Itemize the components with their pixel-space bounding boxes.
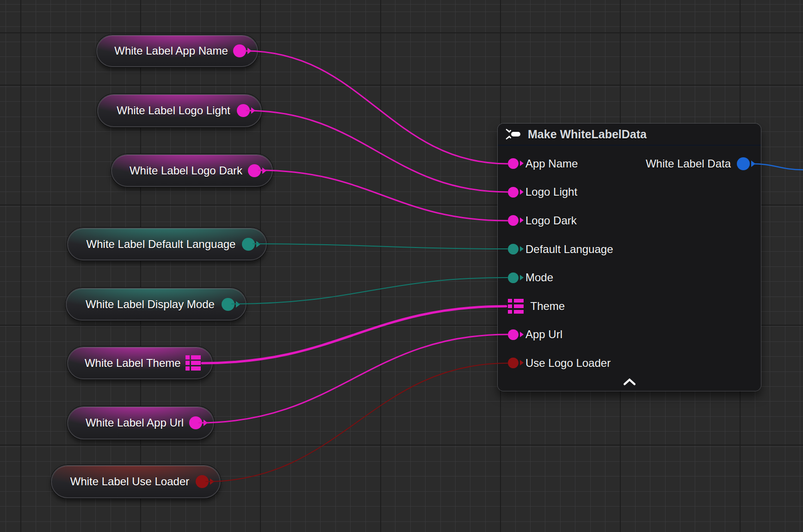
output-pin-struct[interactable]: [737, 157, 750, 170]
input-row-mode: Mode: [498, 263, 761, 292]
getter-node-white-label-default-language[interactable]: White Label Default Language: [67, 228, 267, 260]
pin-label: Default Language: [525, 244, 613, 255]
getter-node-white-label-display-mode[interactable]: White Label Display Mode: [66, 288, 247, 321]
pin-label: Mode: [525, 272, 553, 283]
getter-node-white-label-theme[interactable]: White Label Theme: [67, 346, 213, 379]
input-pin-boolean[interactable]: [508, 358, 519, 368]
output-pin-string[interactable]: [248, 164, 261, 177]
getter-label: White Label App Name: [109, 45, 233, 56]
getter-label: White Label App Url: [80, 417, 189, 428]
pin-label: White Label Data: [646, 158, 731, 169]
collapse-node-button[interactable]: [619, 376, 640, 389]
input-pin-enum[interactable]: [508, 244, 519, 254]
getter-label: White Label Theme: [80, 358, 185, 369]
input-pin-string[interactable]: [508, 187, 519, 198]
wire-logo-light[interactable]: [247, 111, 507, 192]
input-row-default-language: Default Language: [498, 235, 761, 264]
make-struct-icon: [505, 128, 522, 140]
input-pin-enum[interactable]: [508, 272, 519, 283]
output-pin-string[interactable]: [233, 44, 246, 57]
output-pin-string[interactable]: [237, 104, 250, 117]
input-pin-struct-icon[interactable]: [508, 299, 524, 314]
output-row-white-label-data: White Label Data: [646, 149, 750, 178]
output-pin-enum[interactable]: [242, 238, 255, 251]
getter-label: White Label Default Language: [80, 239, 242, 250]
wire-display-mode[interactable]: [232, 278, 507, 304]
pin-label: Theme: [531, 301, 565, 312]
getter-node-white-label-app-name[interactable]: White Label App Name: [96, 35, 258, 67]
wire-app-name[interactable]: [245, 51, 507, 164]
getter-label: White Label Use Loader: [64, 476, 196, 487]
getter-node-white-label-use-loader[interactable]: White Label Use Loader: [51, 465, 221, 498]
output-pin-enum[interactable]: [222, 298, 235, 311]
chevron-up-icon: [622, 377, 637, 387]
getter-node-white-label-app-url[interactable]: White Label App Url: [67, 406, 214, 439]
input-row-theme: Theme: [498, 292, 761, 321]
getter-node-white-label-logo-dark[interactable]: White Label Logo Dark: [111, 154, 273, 187]
make-whitelabeldata-node[interactable]: Make WhiteLabelData App Name Logo Light …: [498, 124, 761, 391]
getter-label: White Label Display Mode: [79, 299, 222, 310]
input-row-use-logo-loader: Use Logo Loader: [498, 349, 761, 377]
input-row-app-url: App Url: [498, 321, 761, 349]
getter-label: White Label Logo Light: [110, 105, 237, 116]
pin-label: App Url: [525, 329, 562, 340]
wire-default-language[interactable]: [253, 244, 507, 249]
pin-label: Logo Light: [525, 186, 577, 198]
getter-label: White Label Logo Dark: [124, 165, 248, 176]
output-pin-struct-icon[interactable]: [185, 355, 201, 371]
getter-node-white-label-logo-light[interactable]: White Label Logo Light: [97, 94, 262, 127]
output-pin-string[interactable]: [189, 416, 202, 429]
wire-logo-dark[interactable]: [259, 170, 507, 221]
node-title: Make WhiteLabelData: [528, 129, 647, 140]
input-pin-string[interactable]: [508, 215, 519, 226]
pin-label: Use Logo Loader: [525, 358, 611, 369]
pin-label: Logo Dark: [525, 215, 577, 226]
input-row-logo-dark: Logo Dark: [498, 206, 761, 235]
output-pin-boolean[interactable]: [196, 475, 209, 488]
input-pin-string[interactable]: [508, 329, 519, 340]
wire-theme[interactable]: [202, 306, 506, 363]
input-row-logo-light: Logo Light: [498, 178, 761, 207]
node-header[interactable]: Make WhiteLabelData: [498, 124, 761, 146]
pin-label: App Name: [525, 158, 578, 169]
wire-use-loader[interactable]: [206, 363, 507, 482]
blueprint-graph-canvas[interactable]: White Label App Name White Label Logo Li…: [0, 0, 803, 532]
wire-app-url[interactable]: [199, 334, 507, 423]
input-pin-string[interactable]: [508, 158, 519, 169]
